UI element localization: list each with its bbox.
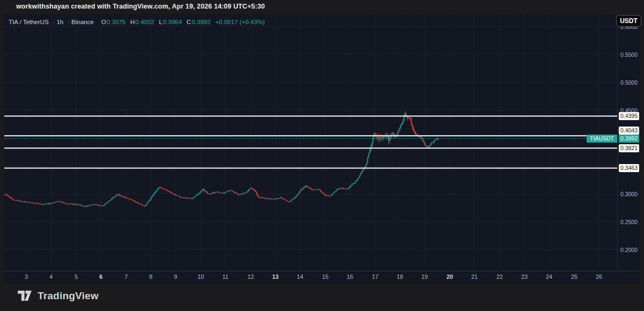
time-tick: 16 xyxy=(347,273,353,280)
ohlc-low: L0.3964 xyxy=(159,19,182,25)
time-tick: 22 xyxy=(496,273,503,280)
time-tick: 6 xyxy=(99,273,103,280)
time-tick: 9 xyxy=(174,273,177,280)
time-tick: 12 xyxy=(247,273,254,280)
tradingview-logo-icon xyxy=(18,291,32,302)
price-tick: 0.5000 xyxy=(618,79,640,86)
time-tick: 25 xyxy=(571,273,577,280)
time-tick: 5 xyxy=(75,273,78,280)
time-tick: 11 xyxy=(222,273,228,280)
time-tick: 18 xyxy=(397,273,403,280)
symbol-title[interactable]: TIA / TetherUS xyxy=(9,19,49,25)
time-tick: 21 xyxy=(471,273,478,280)
screenshot-root: workwithshayan created with TradingView.… xyxy=(0,0,644,311)
time-axis[interactable]: 3456789101112131415161718192021222324252… xyxy=(4,271,640,284)
attribution-bar: workwithshayan created with TradingView.… xyxy=(0,0,644,14)
legend-separator: · xyxy=(53,19,55,25)
price-tick: 0.5500 xyxy=(618,51,640,58)
attribution-text: workwithshayan created with TradingView.… xyxy=(16,3,265,10)
candlestick-plot[interactable] xyxy=(4,14,617,271)
time-tick: 8 xyxy=(149,273,152,280)
price-tick: 0.3000 xyxy=(618,191,640,197)
current-price-label: 0.3992 xyxy=(619,135,639,143)
time-tick: 14 xyxy=(297,273,303,280)
time-tick: 4 xyxy=(49,273,53,280)
price-tick: 0.2000 xyxy=(618,247,640,253)
time-tick: 26 xyxy=(596,273,602,280)
footer-bar: TradingView xyxy=(0,283,644,311)
tradingview-wordmark: TradingView xyxy=(38,290,99,302)
chart-legend: TIA / TetherUS · 1h · Binance O0.3975 H0… xyxy=(9,18,265,26)
change-label: +0.0017 (+0.43%) xyxy=(215,19,265,25)
currency-toggle-button[interactable]: USDT xyxy=(616,15,641,27)
time-tick: 17 xyxy=(372,273,378,280)
legend-separator: · xyxy=(68,19,70,25)
time-tick: 20 xyxy=(447,273,453,280)
time-tick: 24 xyxy=(546,273,552,280)
time-tick: 19 xyxy=(421,273,428,280)
price-level-label: 0.4043 xyxy=(619,127,639,135)
time-tick: 13 xyxy=(272,273,279,280)
exchange-label: Binance xyxy=(71,19,94,25)
chart-panel: TIA / TetherUS · 1h · Binance O0.3975 H0… xyxy=(4,14,640,283)
ohlc-high: H0.4002 xyxy=(130,19,155,25)
price-tick: 0.2500 xyxy=(618,219,640,225)
symbol-price-tag: TIAUSDT xyxy=(587,135,617,143)
price-axis[interactable]: 0.60000.55000.50000.45000.30000.25000.20… xyxy=(617,14,640,271)
time-tick: 7 xyxy=(125,273,128,280)
interval-label[interactable]: 1h xyxy=(56,19,63,25)
price-level-label: 0.4395 xyxy=(619,112,639,120)
ohlc-close: C0.3992 xyxy=(187,19,211,25)
time-tick: 23 xyxy=(521,273,528,280)
tradingview-brand-link[interactable]: TradingView xyxy=(18,290,99,302)
price-level-label: 0.3821 xyxy=(619,144,639,152)
time-tick: 3 xyxy=(25,273,28,280)
ohlc-open: O0.3975 xyxy=(101,19,126,25)
time-tick: 15 xyxy=(322,273,328,280)
price-level-label: 0.3463 xyxy=(619,164,639,172)
time-tick: 10 xyxy=(197,273,204,280)
